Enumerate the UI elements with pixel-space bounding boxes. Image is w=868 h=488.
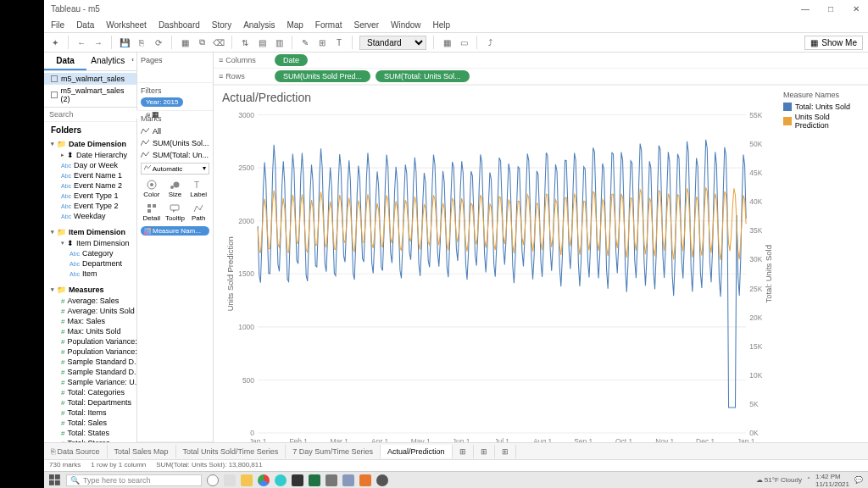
menu-dashboard[interactable]: Dashboard [159,20,200,30]
field-measure[interactable]: #Max: Units Sold [44,326,136,336]
collapse-icon[interactable]: ‹ [129,53,136,70]
cortana-icon[interactable] [207,474,219,486]
tableau-logo-icon[interactable]: ✦ [49,36,61,48]
chrome-icon[interactable] [258,474,270,486]
field-measure[interactable]: #Total: Departments [44,397,136,408]
marks-all[interactable]: All [141,125,209,137]
menu-server[interactable]: Server [354,20,379,30]
start-button[interactable] [49,474,61,486]
presentation-icon[interactable]: ▭ [458,36,470,48]
menu-help[interactable]: Help [433,20,451,30]
show-me-button[interactable]: ▦ Show Me [804,36,863,50]
field-department[interactable]: AbcDepartment [44,258,136,269]
close-button[interactable]: ✕ [851,4,861,14]
columns-pill-date[interactable]: Date [275,54,308,66]
menu-worksheet[interactable]: Worksheet [106,20,147,30]
datasource-item[interactable]: m5_walmart_sales (2) [44,85,136,105]
field-event-name-1[interactable]: AbcEvent Name 1 [44,170,136,180]
field-category[interactable]: AbcCategory [44,248,136,258]
app-icon[interactable] [326,474,337,486]
menu-map[interactable]: Map [287,20,303,30]
pages-shelf[interactable]: Pages [137,53,213,83]
tab-data[interactable]: Data [44,53,86,70]
field-measure[interactable]: #Total: Items [44,408,136,418]
refresh-icon[interactable]: ⟳ [153,36,164,48]
duplicate-icon[interactable]: ⧉ [196,36,208,48]
new-sheet-icon[interactable]: ▦ [179,36,191,48]
excel-icon[interactable] [309,474,320,486]
clock[interactable]: 1:42 PM11/11/2021 [815,473,849,488]
menu-format[interactable]: Format [315,20,342,30]
marks-series-1[interactable]: SUM(Units Sol... [141,137,209,149]
search-input[interactable] [49,110,144,119]
folder-date-dimension[interactable]: ▾📁Date Dimension [44,138,136,150]
minimize-button[interactable]: — [800,4,810,14]
field-measure[interactable]: #Average: Units Sold [44,306,136,316]
new-story-button[interactable]: ⊞ [495,445,516,458]
tableau-icon[interactable] [359,474,371,486]
field-date-hierarchy[interactable]: ▸⬍Date Hierarchy [44,150,136,160]
rows-pill-1[interactable]: SUM(Units Sold Pred... [275,70,370,82]
field-measure[interactable]: #Sample Standard D... [44,357,136,367]
filters-shelf[interactable]: Filters Year: 2015 [137,83,213,111]
terminal-icon[interactable] [292,474,303,486]
field-measure[interactable]: #Average: Sales [44,296,136,306]
group-icon[interactable]: ⊞ [316,36,328,48]
menu-file[interactable]: File [51,20,64,30]
maximize-button[interactable]: □ [826,4,836,14]
field-event-type-1[interactable]: AbcEvent Type 1 [44,191,136,201]
menu-story[interactable]: Story [212,20,231,30]
tab-analytics[interactable]: Analytics [86,53,129,70]
menu-window[interactable]: Window [391,20,421,30]
field-item-dimension[interactable]: ▾⬍Item Dimension [44,238,136,248]
chart-title[interactable]: Actual/Prediction [222,91,776,104]
mark-detail[interactable]: Detail [141,202,163,224]
field-event-type-2[interactable]: AbcEvent Type 2 [44,201,136,211]
field-measure[interactable]: #Population Variance:... [44,336,136,347]
swap-icon[interactable]: ⇅ [239,36,251,48]
tab-sheet[interactable]: Total Units Sold/Time Series [176,445,287,458]
weather-widget[interactable]: ☁ 51°F Cloudy [756,476,802,484]
field-measure[interactable]: #Total: Categories [44,387,136,397]
measure-names-pill[interactable]: Measure Nam... [141,226,209,236]
tab-data-source[interactable]: ⎘ Data Source [44,445,108,458]
mark-label[interactable]: TLabel [187,178,209,200]
back-icon[interactable]: ← [75,36,87,48]
legend-item[interactable]: Total: Units Sold [783,103,863,111]
field-day-or-week[interactable]: AbcDay or Week [44,160,136,170]
sort-desc-icon[interactable]: ▥ [273,36,285,48]
save-icon[interactable]: 💾 [119,36,131,48]
app-icon[interactable] [342,474,354,486]
text-icon[interactable]: T [333,36,345,48]
tray-chevron-icon[interactable]: ˄ [807,476,810,484]
view-cards-icon[interactable]: ▦ [441,36,453,48]
field-measure[interactable]: #Total: States [44,428,136,438]
mark-color[interactable]: Color [141,178,163,200]
columns-shelf[interactable]: ≡Columns Date [214,53,868,69]
tab-sheet[interactable]: 7 Day Sum/Time Series [286,445,381,458]
field-measure[interactable]: #Sample Standard D... [44,367,136,377]
share-icon[interactable]: ⤴ [484,36,496,48]
highlight-icon[interactable]: ✎ [299,36,311,48]
new-dashboard-button[interactable]: ⊞ [474,445,495,458]
edge-icon[interactable] [275,474,287,486]
mark-type-select[interactable]: Automatic▾ [141,163,209,175]
menu-data[interactable]: Data [76,20,94,30]
mark-tooltip[interactable]: Tooltip [164,202,186,224]
folder-measures[interactable]: ▾📁Measures [44,284,136,296]
field-measure[interactable]: #Sample Variance: U... [44,377,136,387]
rows-pill-2[interactable]: SUM(Total: Units Sol... [376,70,470,82]
tab-sheet[interactable]: Total Sales Map [108,445,176,458]
taskbar-search[interactable]: 🔍Type here to search [66,474,202,486]
marks-series-2[interactable]: SUM(Total: Un... [141,149,209,161]
fit-select[interactable]: Standard [359,36,426,50]
menu-analysis[interactable]: Analysis [243,20,275,30]
clear-icon[interactable]: ⌫ [213,36,225,48]
field-measure[interactable]: #Population Variance:... [44,347,136,357]
rows-shelf[interactable]: ≡Rows SUM(Units Sold Pred... SUM(Total: … [214,69,868,85]
field-measure[interactable]: #Max: Sales [44,316,136,326]
notifications-icon[interactable]: 💬 [854,476,863,484]
mark-path[interactable]: Path [187,202,209,224]
datasource-item[interactable]: m5_walmart_sales [44,73,136,85]
mark-size[interactable]: Size [164,178,186,200]
